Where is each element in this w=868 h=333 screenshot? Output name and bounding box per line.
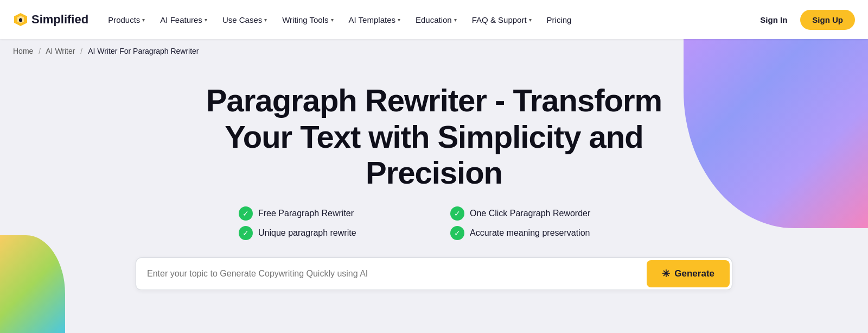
check-icon-4: ✓ — [450, 226, 464, 240]
nav-pricing[interactable]: Pricing — [540, 11, 578, 29]
hero-section: Paragraph Rewriter - Transform Your Text… — [0, 63, 868, 290]
breadcrumb-separator: / — [39, 47, 41, 55]
hero-title: Paragraph Rewriter - Transform Your Text… — [190, 83, 678, 191]
breadcrumb: Home / AI Writer / AI Writer For Paragra… — [0, 39, 868, 63]
nav-use-cases[interactable]: Use Cases ▾ — [216, 11, 273, 29]
chevron-down-icon: ▾ — [454, 17, 457, 23]
chevron-down-icon: ▾ — [205, 17, 207, 23]
feature-label-2: One Click Paragraph Reworder — [470, 209, 590, 218]
chevron-down-icon: ▾ — [331, 17, 334, 23]
nav-actions: Sign In Sign Up — [754, 10, 855, 30]
chevron-down-icon: ▾ — [264, 17, 267, 23]
check-icon-1: ✓ — [239, 206, 253, 221]
nav-links: Products ▾ AI Features ▾ Use Cases ▾ Wri… — [101, 11, 754, 29]
navbar: Simplified Products ▾ AI Features ▾ Use … — [0, 0, 868, 39]
feature-item-3: ✓ Unique paragraph rewrite — [239, 226, 418, 240]
sign-up-button[interactable]: Sign Up — [800, 10, 855, 30]
feature-item-2: ✓ One Click Paragraph Reworder — [450, 206, 629, 221]
feature-item-1: ✓ Free Paragraph Rewriter — [239, 206, 418, 221]
chevron-down-icon: ▾ — [529, 17, 532, 23]
nav-products[interactable]: Products ▾ — [101, 11, 151, 29]
nav-ai-templates[interactable]: AI Templates ▾ — [342, 11, 407, 29]
feature-item-4: ✓ Accurate meaning preservation — [450, 226, 629, 240]
breadcrumb-separator-2: / — [80, 47, 82, 55]
topic-input[interactable] — [147, 261, 647, 286]
feature-label-1: Free Paragraph Rewriter — [258, 209, 354, 218]
chevron-down-icon: ▾ — [142, 17, 145, 23]
nav-education[interactable]: Education ▾ — [409, 11, 463, 29]
breadcrumb-current: AI Writer For Paragraph Rewriter — [88, 47, 199, 55]
check-icon-3: ✓ — [239, 226, 253, 240]
chevron-down-icon: ▾ — [398, 17, 400, 23]
logo-icon — [13, 12, 28, 27]
breadcrumb-home[interactable]: Home — [13, 47, 33, 55]
breadcrumb-ai-writer[interactable]: AI Writer — [46, 47, 75, 55]
generate-button[interactable]: ✳ Generate — [647, 260, 730, 287]
wand-icon: ✳ — [662, 268, 670, 280]
feature-label-4: Accurate meaning preservation — [470, 228, 590, 238]
brand-name: Simplified — [31, 12, 88, 27]
check-icon-2: ✓ — [450, 206, 464, 221]
nav-faq-support[interactable]: FAQ & Support ▾ — [465, 11, 538, 29]
sign-in-button[interactable]: Sign In — [754, 11, 794, 29]
topic-input-bar: ✳ Generate — [136, 257, 732, 290]
features-grid: ✓ Free Paragraph Rewriter ✓ One Click Pa… — [239, 206, 629, 240]
feature-label-3: Unique paragraph rewrite — [258, 228, 356, 238]
nav-ai-features[interactable]: AI Features ▾ — [154, 11, 214, 29]
nav-writing-tools[interactable]: Writing Tools ▾ — [276, 11, 340, 29]
logo[interactable]: Simplified — [13, 12, 88, 27]
